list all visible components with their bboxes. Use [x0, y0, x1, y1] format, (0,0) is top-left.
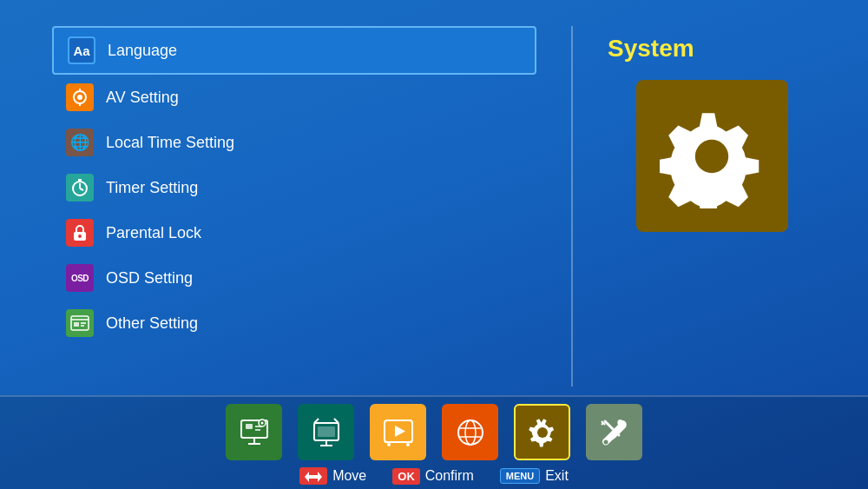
svg-rect-12 [74, 322, 79, 327]
svg-point-23 [260, 421, 263, 424]
system-title: System [608, 35, 694, 63]
shortcut-move: Move [299, 467, 366, 485]
main-content: Aa Language AV Setting 🌐 Local Time Sett… [0, 0, 868, 395]
menu-item-language[interactable]: Aa Language [52, 26, 536, 75]
system-icon-box [636, 80, 788, 232]
divider [571, 26, 573, 387]
nav-media-icon[interactable] [370, 404, 426, 460]
svg-point-35 [458, 420, 483, 445]
menu-item-local-time[interactable]: 🌐 Local Time Setting [52, 120, 536, 165]
time-icon: 🌐 [66, 129, 94, 156]
nav-internet-icon[interactable] [442, 404, 498, 460]
menu-item-parental[interactable]: Parental Lock [52, 210, 536, 255]
nav-display-icon[interactable] [226, 404, 282, 460]
svg-rect-29 [318, 426, 335, 437]
av-icon [66, 83, 94, 111]
osd-icon: OSD [66, 264, 94, 292]
other-icon [66, 309, 94, 337]
svg-point-33 [387, 443, 391, 446]
language-label: Language [108, 42, 177, 60]
svg-point-36 [465, 420, 476, 445]
parental-label: Parental Lock [106, 224, 201, 242]
menu-item-osd[interactable]: OSD OSD Setting [52, 255, 536, 301]
timer-label: Timer Setting [106, 179, 198, 197]
right-panel: System [608, 26, 816, 387]
other-label: Other Setting [106, 314, 198, 333]
svg-point-39 [537, 427, 548, 438]
move-label: Move [332, 468, 366, 484]
nav-system-icon[interactable] [514, 404, 570, 460]
menu-item-other[interactable]: Other Setting [52, 301, 536, 346]
shortcut-confirm: OK Confirm [392, 468, 474, 485]
svg-point-9 [78, 235, 82, 238]
svg-point-34 [406, 443, 410, 446]
nav-tv-icon[interactable] [298, 404, 354, 460]
timer-icon [66, 174, 94, 202]
exit-label: Exit [545, 468, 569, 484]
menu-key-badge: MENU [500, 468, 540, 484]
ok-key-badge: OK [392, 468, 420, 485]
shortcut-exit: MENU Exit [500, 468, 569, 484]
svg-point-15 [695, 139, 728, 172]
nav-icons-row [226, 404, 642, 460]
language-icon: Aa [68, 36, 95, 64]
menu-item-timer[interactable]: Timer Setting [52, 165, 536, 210]
svg-marker-31 [395, 426, 405, 437]
osd-label: OSD Setting [106, 269, 193, 287]
local-time-label: Local Time Setting [106, 134, 234, 152]
svg-marker-44 [305, 472, 322, 482]
svg-line-6 [80, 188, 83, 190]
av-label: AV Setting [106, 89, 179, 107]
lock-icon [66, 219, 94, 247]
bottom-bar: Move OK Confirm MENU Exit [0, 395, 868, 489]
confirm-label: Confirm [425, 468, 474, 484]
menu-item-av[interactable]: AV Setting [52, 75, 536, 120]
svg-rect-13 [81, 322, 86, 324]
svg-rect-19 [246, 424, 253, 429]
gear-large-icon [660, 104, 764, 208]
move-key-badge [299, 467, 327, 485]
svg-rect-14 [81, 325, 84, 327]
svg-point-40 [603, 439, 608, 444]
shortcut-bar: Move OK Confirm MENU Exit [299, 467, 569, 485]
nav-tools-icon[interactable] [586, 404, 642, 460]
svg-point-1 [77, 95, 82, 100]
left-panel: Aa Language AV Setting 🌐 Local Time Sett… [52, 26, 536, 387]
